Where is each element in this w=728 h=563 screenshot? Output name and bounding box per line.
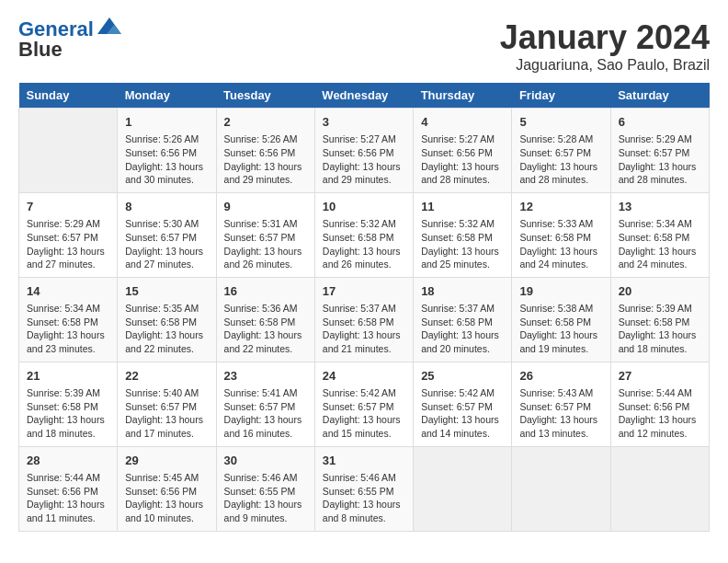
day-number: 7 [27,199,109,215]
day-info: Sunrise: 5:30 AMSunset: 6:57 PMDaylight:… [125,217,208,271]
day-info: Sunrise: 5:41 AMSunset: 6:57 PMDaylight:… [224,386,307,441]
day-number: 16 [224,283,307,300]
calendar-cell: 29Sunrise: 5:45 AMSunset: 6:56 PMDayligh… [118,446,216,531]
day-info: Sunrise: 5:39 AMSunset: 6:58 PMDaylight:… [619,302,701,356]
day-info: Sunrise: 5:38 AMSunset: 6:58 PMDaylight:… [519,302,602,356]
day-number: 25 [421,368,504,385]
day-info: Sunrise: 5:39 AMSunset: 6:58 PMDaylight:… [27,386,109,441]
calendar-cell: 25Sunrise: 5:42 AMSunset: 6:57 PMDayligh… [414,362,512,446]
header-day-thursday: Thursday [414,83,512,109]
day-info: Sunrise: 5:40 AMSunset: 6:57 PMDaylight:… [125,386,208,441]
day-number: 9 [224,199,307,215]
calendar-cell: 22Sunrise: 5:40 AMSunset: 6:57 PMDayligh… [118,362,216,446]
day-number: 23 [224,368,307,385]
calendar-cell: 15Sunrise: 5:35 AMSunset: 6:58 PMDayligh… [118,277,216,362]
calendar-week-row: 7Sunrise: 5:29 AMSunset: 6:57 PMDaylight… [19,192,710,277]
calendar-week-row: 21Sunrise: 5:39 AMSunset: 6:58 PMDayligh… [19,362,710,446]
day-info: Sunrise: 5:36 AMSunset: 6:58 PMDaylight:… [224,302,307,356]
day-number: 19 [519,283,602,300]
day-number: 12 [519,199,602,215]
day-number: 21 [27,368,109,385]
day-info: Sunrise: 5:27 AMSunset: 6:56 PMDaylight:… [421,132,504,187]
calendar-cell: 7Sunrise: 5:29 AMSunset: 6:57 PMDaylight… [19,192,118,277]
calendar-cell: 14Sunrise: 5:34 AMSunset: 6:58 PMDayligh… [19,277,118,362]
day-info: Sunrise: 5:45 AMSunset: 6:56 PMDaylight:… [125,471,208,525]
day-number: 15 [125,283,208,300]
calendar-cell: 8Sunrise: 5:30 AMSunset: 6:57 PMDaylight… [118,192,216,277]
calendar-cell [414,446,512,531]
calendar-cell: 28Sunrise: 5:44 AMSunset: 6:56 PMDayligh… [19,446,118,531]
day-number: 6 [619,114,701,131]
header-day-friday: Friday [512,83,610,109]
day-info: Sunrise: 5:44 AMSunset: 6:56 PMDaylight:… [619,386,701,441]
calendar-cell: 9Sunrise: 5:31 AMSunset: 6:57 PMDaylight… [216,192,314,277]
subtitle: Jaguariuna, Sao Paulo, Brazil [500,57,710,74]
calendar-cell: 27Sunrise: 5:44 AMSunset: 6:56 PMDayligh… [610,362,709,446]
calendar-cell: 4Sunrise: 5:27 AMSunset: 6:56 PMDaylight… [414,109,512,193]
day-number: 20 [619,283,701,300]
calendar-cell: 30Sunrise: 5:46 AMSunset: 6:55 PMDayligh… [216,446,314,531]
day-info: Sunrise: 5:31 AMSunset: 6:57 PMDaylight:… [224,217,307,271]
day-number: 8 [125,199,208,215]
calendar-cell [610,446,709,531]
day-number: 14 [27,283,109,300]
day-number: 22 [125,368,208,385]
day-number: 28 [27,453,109,469]
calendar-cell: 18Sunrise: 5:37 AMSunset: 6:58 PMDayligh… [414,277,512,362]
day-number: 11 [421,199,504,215]
day-number: 18 [421,283,504,300]
day-number: 24 [323,368,405,385]
day-info: Sunrise: 5:26 AMSunset: 6:56 PMDaylight:… [224,132,307,187]
calendar-cell: 21Sunrise: 5:39 AMSunset: 6:58 PMDayligh… [19,362,118,446]
main-title: January 2024 [500,18,710,57]
calendar-cell: 6Sunrise: 5:29 AMSunset: 6:57 PMDaylight… [610,109,709,193]
day-info: Sunrise: 5:37 AMSunset: 6:58 PMDaylight:… [421,302,504,356]
day-info: Sunrise: 5:46 AMSunset: 6:55 PMDaylight:… [323,471,405,525]
logo-icon [96,16,123,41]
calendar-cell: 13Sunrise: 5:34 AMSunset: 6:58 PMDayligh… [610,192,709,277]
day-number: 1 [125,114,208,131]
day-info: Sunrise: 5:37 AMSunset: 6:58 PMDaylight:… [323,302,405,356]
day-info: Sunrise: 5:32 AMSunset: 6:58 PMDaylight:… [421,217,504,271]
day-number: 29 [125,453,208,469]
day-info: Sunrise: 5:34 AMSunset: 6:58 PMDaylight:… [619,217,701,271]
day-info: Sunrise: 5:42 AMSunset: 6:57 PMDaylight:… [421,386,504,441]
day-info: Sunrise: 5:28 AMSunset: 6:57 PMDaylight:… [519,132,602,187]
calendar-cell: 2Sunrise: 5:26 AMSunset: 6:56 PMDaylight… [216,109,314,193]
calendar-cell [512,446,610,531]
header-day-tuesday: Tuesday [216,83,314,109]
calendar-cell: 20Sunrise: 5:39 AMSunset: 6:58 PMDayligh… [610,277,709,362]
calendar-cell: 16Sunrise: 5:36 AMSunset: 6:58 PMDayligh… [216,277,314,362]
calendar-week-row: 28Sunrise: 5:44 AMSunset: 6:56 PMDayligh… [19,446,710,531]
day-number: 31 [323,453,405,469]
calendar-cell: 5Sunrise: 5:28 AMSunset: 6:57 PMDaylight… [512,109,610,193]
header-day-monday: Monday [118,83,216,109]
day-number: 4 [421,114,504,131]
calendar-header-row: SundayMondayTuesdayWednesdayThursdayFrid… [19,83,710,109]
day-number: 17 [323,283,405,300]
calendar-week-row: 14Sunrise: 5:34 AMSunset: 6:58 PMDayligh… [19,277,710,362]
day-number: 10 [323,199,405,215]
calendar-cell [19,109,118,193]
calendar-cell: 23Sunrise: 5:41 AMSunset: 6:57 PMDayligh… [216,362,314,446]
logo: General Blue [18,18,123,62]
day-info: Sunrise: 5:27 AMSunset: 6:56 PMDaylight:… [323,132,405,187]
calendar-cell: 26Sunrise: 5:43 AMSunset: 6:57 PMDayligh… [512,362,610,446]
day-info: Sunrise: 5:29 AMSunset: 6:57 PMDaylight:… [27,217,109,271]
header-day-saturday: Saturday [610,83,709,109]
day-info: Sunrise: 5:29 AMSunset: 6:57 PMDaylight:… [619,132,701,187]
header-day-wednesday: Wednesday [314,83,413,109]
header-day-sunday: Sunday [19,83,118,109]
day-number: 3 [323,114,405,131]
calendar-cell: 31Sunrise: 5:46 AMSunset: 6:55 PMDayligh… [314,446,413,531]
calendar-cell: 11Sunrise: 5:32 AMSunset: 6:58 PMDayligh… [414,192,512,277]
day-number: 5 [519,114,602,131]
calendar-cell: 10Sunrise: 5:32 AMSunset: 6:58 PMDayligh… [314,192,413,277]
calendar-cell: 1Sunrise: 5:26 AMSunset: 6:56 PMDaylight… [118,109,216,193]
day-info: Sunrise: 5:42 AMSunset: 6:57 PMDaylight:… [323,386,405,441]
day-info: Sunrise: 5:46 AMSunset: 6:55 PMDaylight:… [224,471,307,525]
page-header: General Blue January 2024 Jaguariuna, Sa… [18,18,710,74]
calendar-cell: 12Sunrise: 5:33 AMSunset: 6:58 PMDayligh… [512,192,610,277]
day-info: Sunrise: 5:32 AMSunset: 6:58 PMDaylight:… [323,217,405,271]
day-info: Sunrise: 5:44 AMSunset: 6:56 PMDaylight:… [27,471,109,525]
